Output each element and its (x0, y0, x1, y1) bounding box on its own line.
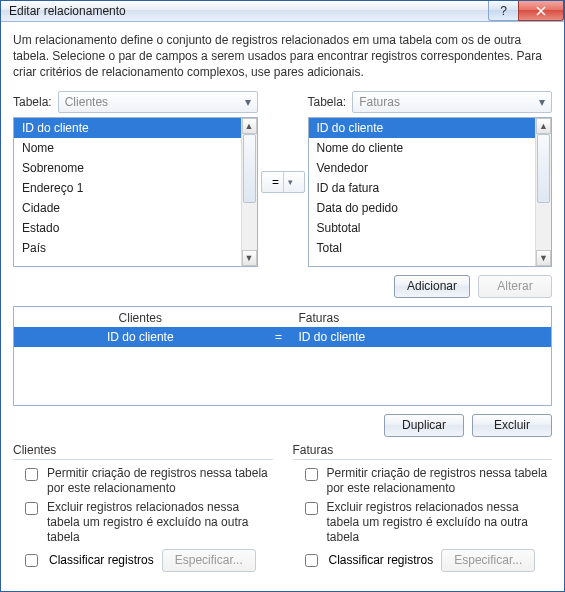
mapping-header-left: Clientes (14, 311, 267, 325)
operator-select[interactable]: = ▾ (261, 171, 305, 193)
left-table-select[interactable]: Clientes ▾ (58, 91, 258, 113)
right-options: Faturas Permitir criação de registros ne… (293, 443, 553, 572)
list-item[interactable]: ID do cliente (14, 118, 241, 138)
scroll-down-button[interactable]: ▼ (242, 250, 257, 266)
left-cascade-delete-label: Excluir registros relacionados nessa tab… (47, 500, 273, 545)
left-fields-listbox[interactable]: ID do cliente Nome Sobrenome Endereço 1 … (13, 117, 258, 267)
right-table-selected: Faturas (359, 95, 400, 109)
mapping-box: Clientes Faturas ID do cliente = ID do c… (13, 306, 552, 406)
options-sections: Clientes Permitir criação de registros n… (13, 443, 552, 572)
left-specify-button[interactable]: Especificar... (162, 549, 256, 572)
list-item[interactable]: Vendedor (309, 158, 536, 178)
scrollbar[interactable]: ▲ ▼ (241, 118, 257, 266)
edit-relationship-dialog: Editar relacionamento ? Um relacionament… (0, 0, 565, 592)
help-icon: ? (500, 4, 507, 18)
list-item[interactable]: Subtotal (309, 218, 536, 238)
right-table-column: Tabela: Faturas ▾ ID do cliente Nome do … (308, 91, 553, 267)
scroll-thumb[interactable] (537, 134, 550, 204)
left-sort-label: Classificar registros (49, 553, 154, 567)
chevron-down-icon: ▾ (245, 95, 251, 109)
list-item[interactable]: Total (309, 238, 536, 258)
help-button[interactable]: ? (488, 1, 518, 21)
right-cascade-delete-label: Excluir registros relacionados nessa tab… (327, 500, 553, 545)
scroll-down-button[interactable]: ▼ (536, 250, 551, 266)
dialog-footer: OK Cancelar (1, 582, 564, 592)
list-item[interactable]: ID do cliente (309, 118, 536, 138)
right-sort-checkbox[interactable] (305, 554, 318, 567)
list-item[interactable]: ID da fatura (309, 178, 536, 198)
left-table-selected: Clientes (65, 95, 108, 109)
mapping-left: ID do cliente (14, 330, 267, 344)
left-cascade-delete-checkbox[interactable] (25, 502, 38, 515)
window-title: Editar relacionamento (9, 4, 488, 18)
delete-button[interactable]: Excluir (472, 414, 552, 437)
right-allow-create-checkbox[interactable] (305, 468, 318, 481)
right-specify-button[interactable]: Especificar... (441, 549, 535, 572)
scroll-track[interactable] (242, 134, 257, 250)
close-button[interactable] (518, 1, 564, 21)
mapping-right: ID do cliente (291, 330, 552, 344)
divider (13, 459, 273, 460)
mapping-row[interactable]: ID do cliente = ID do cliente (14, 327, 551, 347)
close-icon (536, 6, 546, 16)
list-item[interactable]: Nome do cliente (309, 138, 536, 158)
add-button[interactable]: Adicionar (394, 275, 470, 298)
right-options-title: Faturas (293, 443, 553, 457)
list-item[interactable]: Nome (14, 138, 241, 158)
right-fields-listbox[interactable]: ID do cliente Nome do cliente Vendedor I… (308, 117, 553, 267)
duplicate-button[interactable]: Duplicar (384, 414, 464, 437)
mapping-header: Clientes Faturas (14, 307, 551, 327)
right-table-label: Tabela: (308, 95, 347, 109)
right-table-select[interactable]: Faturas ▾ (352, 91, 552, 113)
description-text: Um relacionamento define o conjunto de r… (13, 32, 552, 81)
list-item[interactable]: Endereço 1 (14, 178, 241, 198)
operator-value: = (272, 175, 279, 189)
left-options: Clientes Permitir criação de registros n… (13, 443, 273, 572)
change-button[interactable]: Alterar (478, 275, 552, 298)
right-allow-create-label: Permitir criação de registros nessa tabe… (327, 466, 553, 496)
list-item[interactable]: País (14, 238, 241, 258)
list-item[interactable]: Cidade (14, 198, 241, 218)
right-sort-label: Classificar registros (329, 553, 434, 567)
dup-del-row: Duplicar Excluir (13, 414, 552, 437)
left-table-label: Tabela: (13, 95, 52, 109)
tables-row: Tabela: Clientes ▾ ID do cliente Nome So… (13, 91, 552, 267)
scroll-thumb[interactable] (243, 134, 256, 204)
left-allow-create-checkbox[interactable] (25, 468, 38, 481)
left-options-title: Clientes (13, 443, 273, 457)
list-item[interactable]: Data do pedido (309, 198, 536, 218)
left-allow-create-label: Permitir criação de registros nessa tabe… (47, 466, 273, 496)
chevron-down-icon: ▾ (283, 172, 293, 192)
titlebar: Editar relacionamento ? (1, 1, 564, 22)
dialog-body: Um relacionamento define o conjunto de r… (1, 22, 564, 582)
left-sort-checkbox[interactable] (25, 554, 38, 567)
window-buttons: ? (488, 1, 564, 21)
mapping-header-right: Faturas (291, 311, 552, 325)
divider (293, 459, 553, 460)
add-change-row: Adicionar Alterar (13, 275, 552, 298)
chevron-down-icon: ▾ (539, 95, 545, 109)
list-item[interactable]: Sobrenome (14, 158, 241, 178)
scroll-up-button[interactable]: ▲ (242, 118, 257, 134)
scroll-up-button[interactable]: ▲ (536, 118, 551, 134)
operator-column: = ▾ (258, 91, 308, 193)
scrollbar[interactable]: ▲ ▼ (535, 118, 551, 266)
mapping-op: = (267, 330, 291, 344)
scroll-track[interactable] (536, 134, 551, 250)
right-cascade-delete-checkbox[interactable] (305, 502, 318, 515)
left-table-column: Tabela: Clientes ▾ ID do cliente Nome So… (13, 91, 258, 267)
list-item[interactable]: Estado (14, 218, 241, 238)
